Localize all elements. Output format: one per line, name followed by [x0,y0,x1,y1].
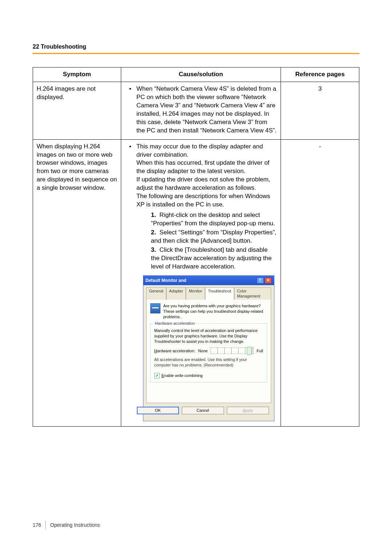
hardware-accel-group: Hardware acceleration Manually control t… [150,323,267,382]
slider-thumb-icon[interactable] [247,347,252,355]
group-title: Hardware acceleration [154,321,196,326]
ref-cell: - [281,139,359,427]
slider-label: Hardware acceleration: [154,348,195,354]
apply-button[interactable]: Apply [227,407,269,414]
xp-dialog-title: Default Monitor and [146,278,187,283]
enable-write-combining-checkbox[interactable]: ✓ [154,373,160,378]
hardware-accel-slider[interactable] [211,348,254,354]
cause-cell: This may occur due to the display adapte… [121,139,281,427]
step-item: 2. Select “Settings” from “Display Prope… [150,229,277,245]
ref-cell: 3 [281,82,359,139]
checkbox-label: Enable write combining [162,373,203,378]
xp-tab-panel: Are you having problems with your graphi… [146,300,271,403]
cancel-button[interactable]: Cancel [182,407,224,414]
group-desc: Manually control the level of accelerati… [154,328,263,344]
tab-adapter[interactable]: Adapter [166,287,186,300]
table-row: H.264 images are not displayed. When “Ne… [33,82,359,139]
close-icon[interactable]: ✕ [265,277,272,284]
step-item: 3. Click the [Troubleshoot] tab and disa… [150,246,277,271]
step-item: 1. Right-click on the desktop and select… [150,211,277,228]
tab-troubleshoot[interactable]: Troubleshoot [205,287,234,300]
cause-cell: When “Network Camera View 4S” is deleted… [121,82,281,139]
cause-bullet: When “Network Camera View 4S” is deleted… [131,85,277,135]
symptom-cell: When displaying H.264 images on two or m… [33,139,121,427]
xp-tabs: General Adapter Monitor Troubleshoot Col… [146,287,271,300]
section-header: 22 Troubleshooting [33,44,359,53]
symptom-cell: H.264 images are not displayed. [33,82,121,139]
help-icon[interactable]: ? [257,277,264,284]
xp-properties-dialog: Default Monitor and ? ✕ General [143,275,274,422]
xp-info-text: Are you having problems with your graphi… [163,303,267,320]
ok-button[interactable]: OK [137,407,179,414]
cause-steps: 1. Right-click on the desktop and select… [136,211,277,271]
col-cause: Cause/solution [121,67,281,82]
tab-general[interactable]: General [146,287,166,300]
slider-none-label: None [198,348,208,354]
tab-monitor[interactable]: Monitor [186,287,205,300]
slider-full-label: Full [257,348,263,354]
col-ref: Reference pages [281,67,359,82]
col-symptom: Symptom [33,67,121,82]
cause-bullet: This may occur due to the display adapte… [131,143,277,422]
table-row: When displaying H.264 images on two or m… [33,139,359,427]
header-rule [33,53,359,54]
xp-titlebar: Default Monitor and ? ✕ [143,276,274,285]
troubleshooting-table: Symptom Cause/solution Reference pages H… [33,67,359,427]
tab-color-management[interactable]: Color Management [234,287,271,300]
slider-note: All accelerations are enabled. Use this … [154,357,263,368]
cause-intro: This may occur due to the display adapte… [136,143,270,208]
monitor-info-icon [150,303,160,313]
xp-dialog-buttons: OK Cancel Apply [146,403,271,418]
